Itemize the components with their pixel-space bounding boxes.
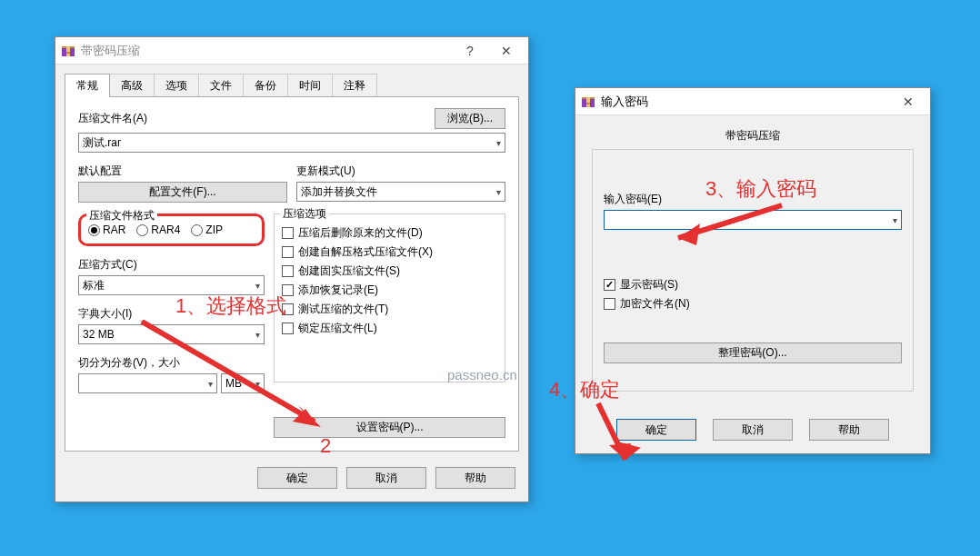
update-mode-label: 更新模式(U) xyxy=(296,164,505,179)
svg-rect-2 xyxy=(66,46,70,56)
format-rar4-radio[interactable]: RAR4 xyxy=(136,223,180,236)
help-dialog-button[interactable]: 帮助 xyxy=(435,467,515,489)
pwd-cancel-button[interactable]: 取消 xyxy=(713,419,793,441)
pwd-dialog-title: 输入密码 xyxy=(601,94,648,110)
filename-label: 压缩文件名(A) xyxy=(78,111,425,126)
password-field-label: 输入密码(E) xyxy=(604,192,902,207)
opt-test[interactable]: 测试压缩的文件(T) xyxy=(282,302,497,317)
show-password-checkbox[interactable]: 显示密码(S) xyxy=(604,277,902,293)
dictionary-size-select[interactable]: 32 MB▾ xyxy=(78,324,265,344)
dictionary-size-label: 字典大小(I) xyxy=(78,306,265,322)
password-group: 输入密码(E) ▾ 显示密码(S) 加密文件名(N) 整理密码(O)... xyxy=(592,149,914,392)
svg-rect-6 xyxy=(586,97,590,107)
compression-method-label: 压缩方式(C) xyxy=(78,257,265,273)
help-button[interactable]: ? xyxy=(452,38,488,64)
pwd-close-button[interactable]: ✕ xyxy=(890,89,926,114)
opt-lock[interactable]: 锁定压缩文件(L) xyxy=(282,321,497,336)
tab-files[interactable]: 文件 xyxy=(198,74,244,97)
archive-format-group: 压缩文件格式 RAR RAR4 ZIP xyxy=(78,213,265,246)
winrar-icon xyxy=(581,94,595,109)
titlebar: 带密码压缩 ? ✕ xyxy=(55,37,528,65)
pwd-titlebar: 输入密码 ✕ xyxy=(575,88,930,115)
opt-solid[interactable]: 创建固实压缩文件(S) xyxy=(282,263,497,279)
encrypt-filenames-checkbox[interactable]: 加密文件名(N) xyxy=(604,296,902,312)
split-size-input[interactable]: ▾ xyxy=(78,373,217,393)
enter-password-dialog: 输入密码 ✕ 带密码压缩 输入密码(E) ▾ 显示密码(S) 加密文件名(N) … xyxy=(575,87,931,454)
tab-strip: 常规 高级 选项 文件 备份 时间 注释 xyxy=(65,74,519,97)
opt-delete-after[interactable]: 压缩后删除原来的文件(D) xyxy=(282,225,497,241)
svg-rect-3 xyxy=(66,52,70,54)
tab-options[interactable]: 选项 xyxy=(154,74,199,97)
compression-options-legend: 压缩选项 xyxy=(280,206,329,222)
tab-backup[interactable]: 备份 xyxy=(243,74,288,97)
close-button[interactable]: ✕ xyxy=(488,38,525,64)
opt-sfx[interactable]: 创建自解压格式压缩文件(X) xyxy=(282,244,497,260)
organize-passwords-button[interactable]: 整理密码(O)... xyxy=(604,343,902,363)
cancel-button[interactable]: 取消 xyxy=(346,467,426,489)
format-legend: 压缩文件格式 xyxy=(86,208,157,223)
tab-panel-general: 压缩文件名(A) 浏览(B)... 测试.rar▾ 默认配置 配置文件(F)..… xyxy=(65,96,519,452)
filename-input[interactable]: 测试.rar▾ xyxy=(78,133,505,153)
profiles-button[interactable]: 配置文件(F)... xyxy=(78,182,287,203)
archive-options-dialog: 带密码压缩 ? ✕ 常规 高级 选项 文件 备份 时间 注释 压缩文件名(A) … xyxy=(55,36,529,502)
winrar-icon xyxy=(61,44,75,58)
opt-recovery[interactable]: 添加恢复记录(E) xyxy=(282,283,497,298)
default-profile-label: 默认配置 xyxy=(78,164,287,179)
tab-comment[interactable]: 注释 xyxy=(332,74,377,97)
tab-advanced[interactable]: 高级 xyxy=(109,74,155,97)
compression-options-group: 压缩选项 压缩后删除原来的文件(D) 创建自解压格式压缩文件(X) 创建固实压缩… xyxy=(274,213,505,382)
set-password-button[interactable]: 设置密码(P)... xyxy=(274,417,505,438)
tab-time[interactable]: 时间 xyxy=(287,74,333,97)
dialog-title: 带密码压缩 xyxy=(81,43,140,59)
update-mode-select[interactable]: 添加并替换文件▾ xyxy=(296,182,505,202)
split-label: 切分为分卷(V)，大小 xyxy=(78,355,265,371)
tab-general[interactable]: 常规 xyxy=(65,74,110,97)
pwd-help-button[interactable]: 帮助 xyxy=(809,419,889,441)
pwd-button-row: 确定 取消 帮助 xyxy=(575,412,930,453)
format-zip-radio[interactable]: ZIP xyxy=(191,223,223,236)
format-rar-radio[interactable]: RAR xyxy=(88,223,125,236)
password-input[interactable]: ▾ xyxy=(604,210,902,230)
split-unit-select[interactable]: MB▾ xyxy=(221,373,265,393)
ok-button[interactable]: 确定 xyxy=(257,467,337,489)
dialog-button-row: 确定 取消 帮助 xyxy=(55,460,528,501)
compression-method-select[interactable]: 标准▾ xyxy=(78,275,265,295)
browse-button[interactable]: 浏览(B)... xyxy=(435,108,505,129)
pwd-ok-button[interactable]: 确定 xyxy=(616,419,696,441)
svg-rect-7 xyxy=(586,103,590,104)
pwd-caption: 带密码压缩 xyxy=(575,115,930,149)
